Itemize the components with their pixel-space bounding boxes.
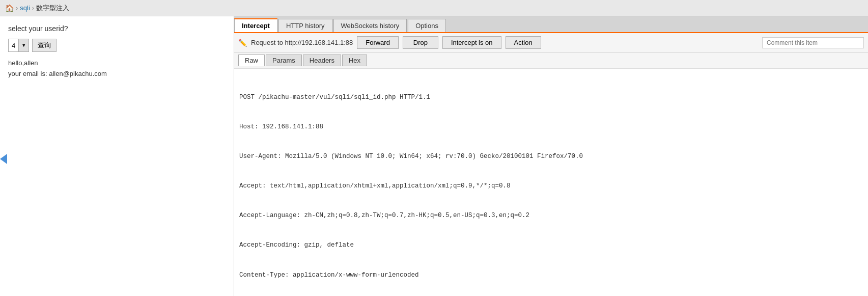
left-panel-title: select your userid? (8, 24, 226, 33)
home-icon: 🏠 (5, 4, 14, 12)
result-line2: your email is: allen@pikachu.com (8, 69, 226, 79)
tab-websockets-history[interactable]: WebSockets history (333, 19, 407, 32)
header-line-6: Accept-Encoding: gzip, deflate (239, 240, 863, 250)
tab-intercept[interactable]: Intercept (234, 18, 277, 32)
select-dropdown-btn[interactable]: ▼ (18, 39, 29, 51)
left-arrow-indicator (0, 154, 7, 164)
main-tabs-row: Intercept HTTP history WebSockets histor… (234, 16, 868, 33)
header-line-5: Accept-Language: zh-CN,zh;q=0.8,zh-TW;q=… (239, 211, 863, 221)
userid-select-value: 4 (9, 41, 18, 50)
header-line-4: Accept: text/html,application/xhtml+xml,… (239, 181, 863, 191)
sub-tabs-row: Raw Params Headers Hex (234, 52, 868, 69)
header-line-1: POST /pikachu-master/vul/sqli/sqli_id.ph… (239, 93, 863, 102)
query-button[interactable]: 查询 (32, 39, 57, 52)
sub-tab-params[interactable]: Params (266, 55, 302, 66)
left-panel: select your userid? 4 ▼ 查询 hello,allen y… (0, 16, 234, 296)
breadcrumb-bar: 🏠 › sqli › 数字型注入 (0, 0, 868, 16)
pencil-icon: ✏️ (238, 39, 247, 47)
sub-tab-hex[interactable]: Hex (342, 55, 367, 66)
result-text: hello,allen your email is: allen@pikachu… (8, 58, 226, 79)
drop-button[interactable]: Drop (403, 36, 438, 49)
breadcrumb-sep1: › (16, 4, 18, 12)
header-line-3: User-Agent: Mozilla/5.0 (Windows NT 10.0… (239, 152, 863, 162)
request-content[interactable]: POST /pikachu-master/vul/sqli/sqli_id.ph… (234, 69, 868, 296)
tab-options[interactable]: Options (408, 19, 446, 32)
userid-select-box[interactable]: 4 ▼ (8, 39, 29, 52)
header-line-2: Host: 192.168.141.1:88 (239, 122, 863, 132)
sub-tab-headers[interactable]: Headers (303, 55, 341, 66)
select-row: 4 ▼ 查询 (8, 39, 226, 52)
breadcrumb-sep2: › (32, 4, 34, 12)
intercept-on-button[interactable]: Intercept is on (442, 36, 501, 49)
main-content: select your userid? 4 ▼ 查询 hello,allen y… (0, 16, 868, 296)
result-line1: hello,allen (8, 58, 226, 69)
toolbar-row: ✏️ Request to http://192.168.141.1:88 Fo… (234, 33, 868, 52)
sub-tab-raw[interactable]: Raw (238, 55, 265, 66)
breadcrumb-current: 数字型注入 (36, 4, 69, 13)
action-button[interactable]: Action (506, 36, 541, 49)
breadcrumb-link-sqli[interactable]: sqli (20, 4, 30, 12)
right-panel: Intercept HTTP history WebSockets histor… (234, 16, 868, 296)
forward-button[interactable]: Forward (357, 36, 399, 49)
request-label: Request to http://192.168.141.1:88 (251, 39, 353, 46)
header-line-7: Content-Type: application/x-www-form-url… (239, 271, 863, 280)
comment-input[interactable] (762, 37, 864, 48)
tab-http-history[interactable]: HTTP history (278, 19, 332, 32)
